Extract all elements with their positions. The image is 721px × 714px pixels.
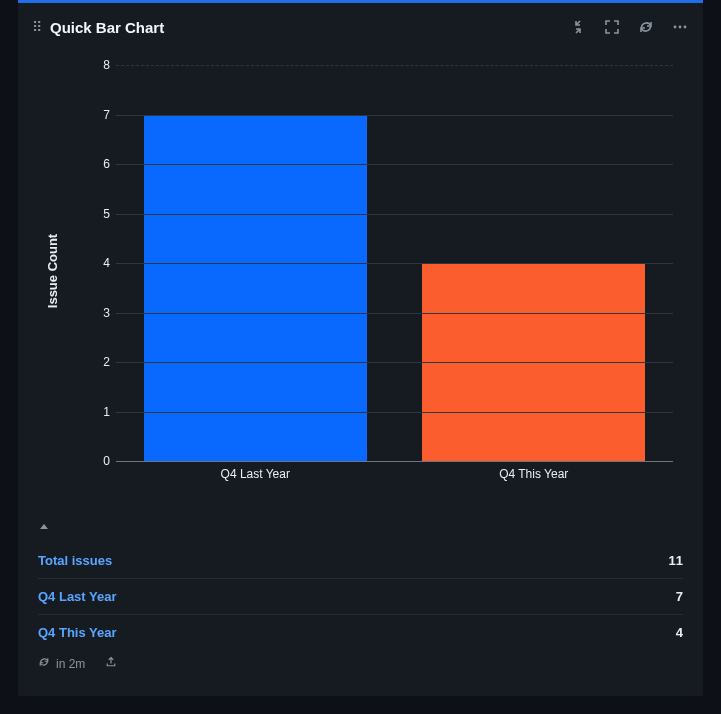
chart-area: Issue Count Q4 Last YearQ4 This Year 012… bbox=[38, 51, 683, 491]
y-tick-label: 8 bbox=[94, 58, 110, 72]
y-tick-label: 0 bbox=[94, 454, 110, 468]
chart-panel: ⠿ Quick Bar Chart bbox=[18, 0, 703, 696]
chart-plot: Q4 Last YearQ4 This Year 012345678 bbox=[116, 65, 673, 461]
chart-bar[interactable] bbox=[144, 115, 367, 462]
panel-footer: in 2m bbox=[38, 656, 683, 671]
gridline bbox=[116, 263, 673, 264]
panel-title: Quick Bar Chart bbox=[50, 19, 569, 36]
gridline bbox=[116, 214, 673, 215]
summary-row-label: Q4 Last Year bbox=[38, 589, 117, 604]
more-icon[interactable] bbox=[671, 18, 689, 36]
y-tick-label: 7 bbox=[94, 108, 110, 122]
fullscreen-icon[interactable] bbox=[603, 18, 621, 36]
summary-table: Total issues 11 Q4 Last Year 7 Q4 This Y… bbox=[38, 543, 683, 650]
x-tick-label: Q4 This Year bbox=[499, 467, 568, 481]
summary-row: Q4 This Year 4 bbox=[38, 615, 683, 650]
summary-total-row: Total issues 11 bbox=[38, 543, 683, 579]
collapse-summary-icon[interactable] bbox=[38, 519, 683, 537]
share-icon[interactable] bbox=[105, 656, 117, 671]
refresh-small-icon[interactable] bbox=[38, 656, 50, 671]
summary-row-value: 7 bbox=[676, 589, 683, 604]
x-tick-label: Q4 Last Year bbox=[221, 467, 290, 481]
refresh-icon[interactable] bbox=[637, 18, 655, 36]
y-tick-label: 3 bbox=[94, 306, 110, 320]
summary-row: Q4 Last Year 7 bbox=[38, 579, 683, 615]
gridline bbox=[116, 461, 673, 462]
gridline bbox=[116, 313, 673, 314]
panel-header: ⠿ Quick Bar Chart bbox=[18, 3, 703, 51]
y-axis-label: Issue Count bbox=[45, 234, 60, 308]
gridline bbox=[116, 362, 673, 363]
panel-actions bbox=[569, 18, 689, 36]
y-tick-label: 5 bbox=[94, 207, 110, 221]
gridline bbox=[116, 65, 673, 66]
y-tick-label: 6 bbox=[94, 157, 110, 171]
svg-point-2 bbox=[684, 26, 687, 29]
gridline bbox=[116, 164, 673, 165]
y-tick-label: 1 bbox=[94, 405, 110, 419]
refresh-countdown: in 2m bbox=[56, 657, 85, 671]
drag-handle-icon[interactable]: ⠿ bbox=[32, 20, 42, 34]
summary-total-value: 11 bbox=[669, 553, 683, 568]
y-tick-label: 4 bbox=[94, 256, 110, 270]
gridline bbox=[116, 412, 673, 413]
y-tick-label: 2 bbox=[94, 355, 110, 369]
summary-row-value: 4 bbox=[676, 625, 683, 640]
summary-row-label: Q4 This Year bbox=[38, 625, 117, 640]
gridline bbox=[116, 115, 673, 116]
summary-total-label: Total issues bbox=[38, 553, 112, 568]
svg-point-0 bbox=[674, 26, 677, 29]
svg-point-1 bbox=[679, 26, 682, 29]
collapse-icon[interactable] bbox=[569, 18, 587, 36]
